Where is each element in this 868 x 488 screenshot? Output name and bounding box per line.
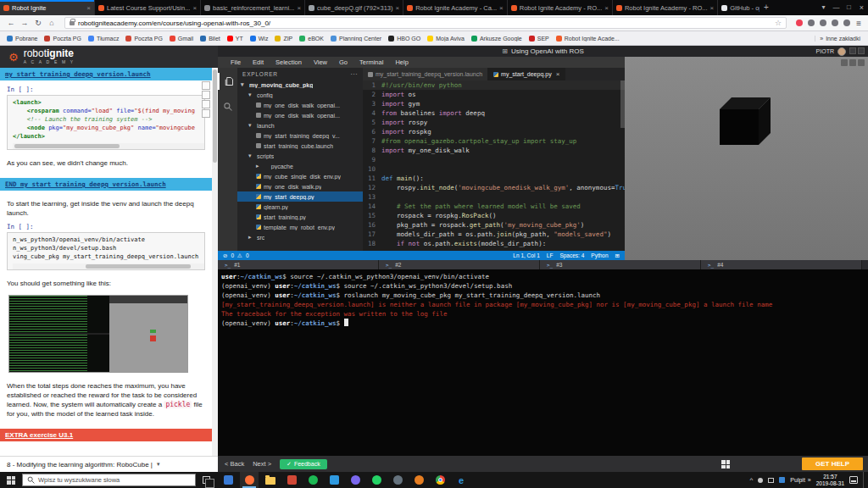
bookmark-star-icon[interactable]: ☆ <box>775 19 782 27</box>
tree-item-my-one-disk-walk-openai-[interactable]: my_one_disk_walk_openai... <box>237 100 363 110</box>
viewport-control-icon[interactable] <box>849 59 856 66</box>
bookmark-item[interactable]: eBOK <box>296 36 327 42</box>
bookmark-item[interactable]: SEP <box>526 36 553 42</box>
code-editor[interactable]: 1#!/usr/bin/env python2import os3import … <box>363 80 625 251</box>
layout-icon[interactable]: ⊞ <box>615 252 620 259</box>
notebook-scrollbar[interactable] <box>212 68 218 456</box>
cell-toolbar-button[interactable] <box>202 81 210 90</box>
bookmark-item[interactable]: HBO GO <box>385 36 424 42</box>
eol-indicator[interactable]: LF <box>547 252 554 258</box>
bookmark-item[interactable]: Poczta PG <box>41 36 84 42</box>
tab-close-icon[interactable]: × <box>710 4 715 12</box>
browser-tab[interactable]: Robot Ignite Academy - RO...× <box>613 0 718 15</box>
terminal-tab[interactable]: >_#2 <box>379 260 540 269</box>
bookmark-item[interactable]: Tłumacz <box>85 36 122 42</box>
taskbar-app-spotify[interactable] <box>303 472 322 488</box>
taskbar-app-steam[interactable] <box>388 472 407 488</box>
panel-control-icon[interactable] <box>849 47 856 54</box>
bookmark-item[interactable]: Robot Ignite Acade... <box>553 36 623 42</box>
tree-item-my-cube-single-disk-env-py[interactable]: my_cube_single_disk_env.py <box>237 171 363 181</box>
bookmark-item[interactable]: Poczta PG <box>122 36 165 42</box>
bookmark-item[interactable]: Planning Center <box>327 36 385 42</box>
tree-item-start-training-py[interactable]: start_training.py <box>237 212 363 222</box>
tree-item-config[interactable]: ▾config <box>237 90 363 100</box>
search-icon[interactable] <box>218 98 237 115</box>
browser-tab[interactable]: Latest Course Support/Usin...× <box>95 0 201 15</box>
tree-item-my-start-training-deepq-v-[interactable]: my_start_training_deepq_v... <box>237 130 363 141</box>
section-heading-end-launch[interactable]: END my_start_training_deepq_version.laun… <box>0 178 212 191</box>
user-menu[interactable]: PIOTR <box>816 46 846 57</box>
feedback-button[interactable]: ✓Feedback <box>280 459 327 469</box>
tab-close-icon[interactable]: × <box>499 4 504 12</box>
terminal-tab[interactable]: >_#4 <box>701 260 862 269</box>
scrollbar-thumb[interactable] <box>14 144 120 148</box>
action-center-icon[interactable] <box>849 476 858 484</box>
extensions-icon[interactable] <box>843 19 850 26</box>
more-actions-icon[interactable]: ⋯ <box>350 70 358 78</box>
taskbar-app-edge[interactable]: e <box>452 472 470 488</box>
task-view-button[interactable] <box>203 476 210 484</box>
menu-help[interactable]: Help <box>389 58 414 66</box>
browser-tab[interactable]: Robot Ignite Academy - RO...× <box>508 0 613 15</box>
menu-view[interactable]: View <box>308 58 333 66</box>
taskbar-app-chrome[interactable] <box>431 472 449 488</box>
errors-icon[interactable]: ⊘ <box>223 252 227 259</box>
tree-item-my-one-disk-walk-py[interactable]: my_one_disk_walk.py <box>237 181 363 191</box>
tab-close-icon[interactable]: × <box>556 70 560 78</box>
back-button[interactable]: < Back <box>225 460 244 468</box>
tree-item-start-training-cube-launch[interactable]: start_training_cube.launch <box>237 141 363 151</box>
menu-selection[interactable]: Selection <box>270 58 308 66</box>
sidebar-icon[interactable] <box>820 19 826 26</box>
window-maximize-button[interactable]: □ <box>843 0 855 15</box>
window-close-button[interactable]: × <box>855 0 868 15</box>
browser-tab[interactable]: GitHub - openai/baselines...× <box>718 0 760 15</box>
indent-indicator[interactable]: Spaces: 4 <box>559 252 584 258</box>
taskbar-clock[interactable]: 21:57 2019-08-31 <box>816 474 844 487</box>
bookmark-item[interactable]: Bilet <box>197 36 224 42</box>
bookmark-item[interactable]: Pobrane <box>3 36 41 42</box>
menu-file[interactable]: File <box>225 58 247 66</box>
viewport-control-icon[interactable] <box>858 59 865 66</box>
bookmark-item[interactable]: Wiz <box>247 36 272 42</box>
terminal-tab[interactable]: >_#3 <box>540 260 701 269</box>
forward-icon[interactable]: → <box>19 19 31 27</box>
bookmark-item[interactable]: Arkusze Google <box>468 36 526 42</box>
gazebo-viewport[interactable] <box>625 57 868 260</box>
browser-tab[interactable]: Robot Ignite× <box>0 0 95 15</box>
get-help-button[interactable]: GET HELP <box>802 458 863 470</box>
editor-tab[interactable]: my_start_training_deepq_version.launch <box>363 68 488 80</box>
menu-edit[interactable]: Edit <box>247 58 270 66</box>
menu-go[interactable]: Go <box>333 58 353 66</box>
library-icon[interactable] <box>808 19 815 26</box>
taskbar-app-mail[interactable] <box>219 472 237 488</box>
unit-selector[interactable]: 8 - Modifying the learning algorithm: Ro… <box>0 456 218 472</box>
hamburger-menu-icon[interactable]: ≡ <box>856 19 861 28</box>
tab-close-icon[interactable]: × <box>604 4 609 12</box>
viewport-control-icon[interactable] <box>841 59 848 66</box>
browser-tab[interactable]: Robot Ignite Academy - Ca...× <box>403 0 508 15</box>
tree-item-my-moving-cube-pkg[interactable]: ▾my_moving_cube_pkg <box>237 80 363 90</box>
tree-item-template-my-robot-env-py[interactable]: template_my_robot_env.py <box>237 222 363 232</box>
tab-close-icon[interactable]: × <box>192 4 197 12</box>
tree-item-src[interactable]: ▸src <box>237 232 363 242</box>
url-text[interactable]: robotigniteacademy.com/en/course/using-o… <box>78 19 771 27</box>
taskbar-app-whatsapp[interactable] <box>367 472 386 488</box>
other-bookmarks[interactable]: » Inne zakładki <box>815 36 865 42</box>
tree-item-qlearn-py[interactable]: qlearn.py <box>237 202 363 212</box>
list-all-tabs-icon[interactable]: ▾ <box>817 0 830 15</box>
code-cell[interactable]: n_ws_python3/openai_venv/bin/activaten_w… <box>7 232 205 270</box>
window-minimize-button[interactable]: — <box>830 0 843 15</box>
panel-control-icon[interactable] <box>858 47 865 54</box>
home-icon[interactable]: ⌂ <box>46 19 58 27</box>
taskbar-app-photos[interactable] <box>282 472 301 488</box>
bookmark-item[interactable]: Moja Aviva <box>424 36 468 42</box>
tree-item-my-start-deepq-py[interactable]: my_start_deepq.py <box>237 191 363 202</box>
cell-toolbar-button[interactable] <box>202 100 210 108</box>
tree-item-launch[interactable]: ▾launch <box>237 120 363 130</box>
scrollbar-thumb[interactable] <box>86 264 191 269</box>
tray-icon[interactable] <box>779 477 785 483</box>
section-heading-launch[interactable]: my_start_training_deepq_version.launch <box>0 68 212 80</box>
taskbar-app-gazebo[interactable] <box>409 472 428 488</box>
scrollbar-thumb[interactable] <box>213 69 217 163</box>
code-cell[interactable]: <launch> <rosparam command="load" file="… <box>7 95 205 150</box>
